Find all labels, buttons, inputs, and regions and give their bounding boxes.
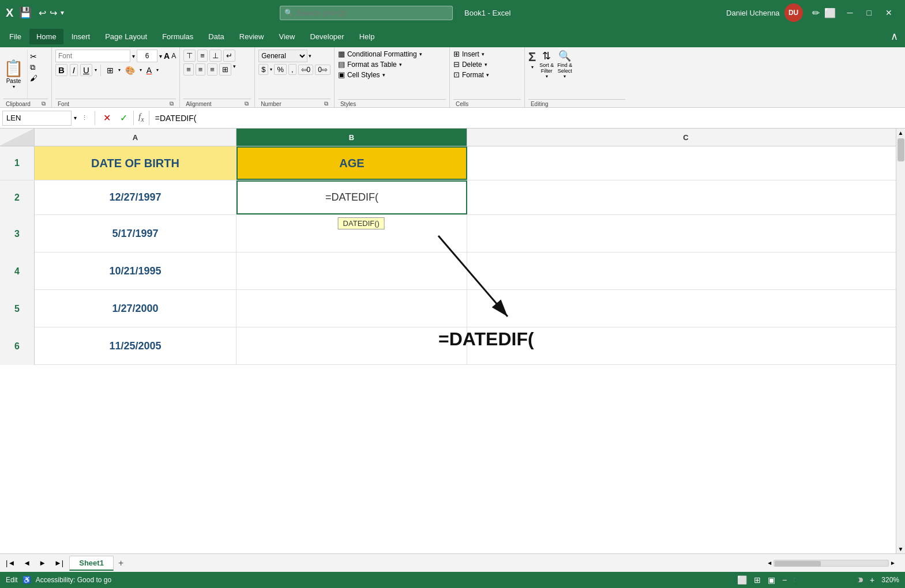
number-format-select[interactable]: General bbox=[258, 50, 307, 62]
last-sheet-button[interactable]: ►| bbox=[51, 557, 67, 568]
zoom-out-button[interactable]: − bbox=[782, 575, 787, 585]
prev-sheet-button[interactable]: ◄ bbox=[20, 557, 34, 568]
vertical-scrollbar[interactable]: ▲ ▼ bbox=[896, 129, 905, 553]
cancel-formula-button[interactable]: ✕ bbox=[100, 111, 114, 125]
delete-button[interactable]: ⊟ Delete ▾ bbox=[453, 60, 521, 69]
cut-button[interactable]: ✂ bbox=[30, 52, 37, 61]
font-size-arrow[interactable]: ▾ bbox=[159, 53, 162, 59]
top-align-button[interactable]: ⊤ bbox=[183, 50, 196, 62]
column-header-a[interactable]: A bbox=[35, 129, 236, 146]
decrease-decimal-button[interactable]: ⇦0 bbox=[298, 65, 314, 75]
user-avatar[interactable]: DU bbox=[784, 3, 803, 22]
maximize-button[interactable]: □ bbox=[860, 6, 878, 20]
cell-b5[interactable] bbox=[236, 290, 467, 327]
cell-a6[interactable]: 11/25/2005 bbox=[35, 327, 236, 364]
font-color-arrow[interactable]: ▾ bbox=[156, 67, 159, 73]
sort-filter-button[interactable]: ⇅ Sort & Filter ▾ bbox=[539, 50, 554, 79]
name-box-arrow[interactable]: ▾ bbox=[74, 115, 77, 121]
cell-b2[interactable]: =DATEDIF( DATEDIF() bbox=[236, 180, 467, 214]
pen-icon[interactable]: ✏ bbox=[812, 7, 820, 18]
name-box[interactable] bbox=[2, 111, 72, 126]
hscroll-track[interactable] bbox=[773, 560, 889, 567]
merge-arrow[interactable]: ▾ bbox=[233, 63, 236, 76]
cell-b6[interactable] bbox=[236, 327, 467, 364]
comma-button[interactable]: , bbox=[288, 64, 296, 75]
cell-c5[interactable] bbox=[467, 290, 905, 327]
menu-page-layout[interactable]: Page Layout bbox=[98, 29, 154, 44]
scroll-down-button[interactable]: ▼ bbox=[896, 545, 905, 553]
minimize-button[interactable]: ─ bbox=[840, 6, 860, 20]
cell-c1[interactable] bbox=[467, 146, 905, 180]
borders-button[interactable]: ⊞ bbox=[104, 65, 116, 76]
autosum-button[interactable]: Σ ▾ bbox=[528, 50, 536, 70]
cell-a1[interactable]: DATE OF BIRTH bbox=[35, 146, 236, 180]
search-input[interactable] bbox=[280, 6, 453, 20]
menu-data[interactable]: Data bbox=[201, 29, 231, 44]
increase-font-button[interactable]: A bbox=[164, 51, 170, 61]
right-align-button[interactable]: ≡ bbox=[207, 63, 217, 76]
menu-insert[interactable]: Insert bbox=[65, 29, 97, 44]
clipboard-expand-icon[interactable]: ⧉ bbox=[42, 100, 46, 107]
alignment-expand-icon[interactable]: ⧉ bbox=[245, 100, 249, 107]
format-button[interactable]: ⊡ Format ▾ bbox=[453, 70, 521, 79]
view-layout-button[interactable]: ⊞ bbox=[754, 575, 761, 585]
currency-button[interactable]: $ bbox=[258, 64, 268, 75]
font-size-input[interactable] bbox=[137, 50, 157, 62]
paste-button[interactable]: 📋 Paste ▾ bbox=[3, 50, 28, 99]
merge-button[interactable]: ⊞ bbox=[219, 63, 231, 76]
column-header-c[interactable]: C bbox=[467, 129, 905, 146]
horizontal-scrollbar[interactable]: ◄ ► bbox=[767, 560, 896, 567]
hscroll-right-button[interactable]: ► bbox=[890, 560, 896, 566]
cell-b1[interactable]: AGE bbox=[236, 146, 467, 180]
row-header-2[interactable]: 2 bbox=[0, 180, 35, 215]
percent-button[interactable]: % bbox=[274, 64, 287, 75]
font-color-button[interactable]: A bbox=[144, 65, 154, 76]
row-header-4[interactable]: 4 bbox=[0, 252, 35, 290]
left-align-button[interactable]: ≡ bbox=[183, 63, 194, 76]
menu-help[interactable]: Help bbox=[352, 29, 382, 44]
insert-function-button[interactable]: fx bbox=[133, 111, 149, 125]
cell-a2[interactable]: 12/27/1997 bbox=[35, 180, 236, 214]
next-sheet-button[interactable]: ► bbox=[35, 557, 50, 568]
number-format-arrow[interactable]: ▾ bbox=[309, 53, 311, 59]
conditional-formatting-button[interactable]: ▦ Conditional Formatting ▾ bbox=[338, 50, 446, 58]
close-button[interactable]: ✕ bbox=[878, 6, 899, 20]
currency-arrow[interactable]: ▾ bbox=[270, 67, 272, 72]
row-header-1[interactable]: 1 bbox=[0, 146, 35, 180]
redo-button[interactable]: ↪ bbox=[50, 7, 57, 18]
cell-c2[interactable] bbox=[467, 180, 905, 214]
cell-c4[interactable] bbox=[467, 252, 905, 289]
undo-button[interactable]: ↩ bbox=[39, 7, 46, 18]
zoom-in-button[interactable]: + bbox=[870, 575, 874, 585]
underline-arrow[interactable]: ▾ bbox=[95, 67, 97, 73]
format-as-table-button[interactable]: ▤ Format as Table ▾ bbox=[338, 60, 446, 69]
cell-b4[interactable] bbox=[236, 252, 467, 289]
row-header-3[interactable]: 3 bbox=[0, 215, 35, 252]
borders-arrow[interactable]: ▾ bbox=[118, 67, 121, 73]
corner-cell[interactable] bbox=[0, 129, 35, 146]
fill-arrow[interactable]: ▾ bbox=[140, 67, 142, 73]
cell-a5[interactable]: 1/27/2000 bbox=[35, 290, 236, 327]
center-align-button[interactable]: ≡ bbox=[196, 63, 206, 76]
decrease-font-button[interactable]: A bbox=[171, 52, 176, 60]
menu-file[interactable]: File bbox=[2, 29, 28, 44]
scroll-thumb[interactable] bbox=[898, 138, 904, 161]
row-header-6[interactable]: 6 bbox=[0, 327, 35, 365]
view-pagebreak-button[interactable]: ▣ bbox=[768, 575, 775, 585]
increase-decimal-button[interactable]: 0⇨ bbox=[315, 65, 331, 75]
middle-align-button[interactable]: ≡ bbox=[197, 50, 208, 62]
row-header-5[interactable]: 5 bbox=[0, 290, 35, 327]
underline-button[interactable]: U bbox=[80, 64, 92, 76]
menu-home[interactable]: Home bbox=[29, 29, 63, 44]
hscroll-left-button[interactable]: ◄ bbox=[767, 560, 772, 566]
layout-icon[interactable]: ⬜ bbox=[824, 7, 836, 18]
menu-view[interactable]: View bbox=[272, 29, 302, 44]
menu-developer[interactable]: Developer bbox=[303, 29, 351, 44]
number-expand-icon[interactable]: ⧉ bbox=[324, 100, 328, 107]
scroll-up-button[interactable]: ▲ bbox=[896, 129, 905, 137]
menu-review[interactable]: Review bbox=[232, 29, 271, 44]
find-select-button[interactable]: 🔍 Find & Select ▾ bbox=[557, 50, 572, 79]
save-button[interactable]: 💾 bbox=[19, 6, 32, 19]
bold-button[interactable]: B bbox=[55, 64, 67, 76]
column-header-b[interactable]: B bbox=[236, 129, 467, 146]
